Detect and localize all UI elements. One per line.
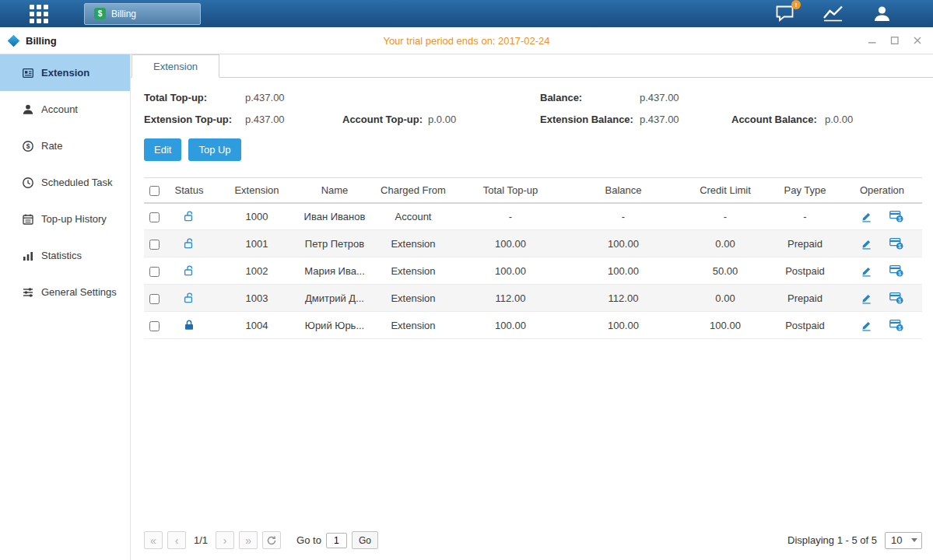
bar-chart-icon xyxy=(22,250,34,262)
close-icon[interactable] xyxy=(913,36,922,45)
user-icon[interactable] xyxy=(872,4,893,23)
row-operation-cell: $ xyxy=(842,312,922,339)
row-checkbox[interactable] xyxy=(149,212,160,222)
table-row[interactable]: 1004 Юрий Юрь... Extension 100.00 100.00… xyxy=(144,312,922,339)
summary-panel: Total Top-up: p.437.00 Balance: p.437.00… xyxy=(144,92,922,125)
row-total-topup: 100.00 xyxy=(457,257,564,285)
billing-window: $ Billing ! Billing Your trial period en… xyxy=(0,0,933,560)
row-credit-limit: - xyxy=(682,203,768,230)
displaying-info: Displaying 1 - 5 of 5 xyxy=(787,534,877,546)
table-header-row: Status Extension Name Charged From Total… xyxy=(144,178,922,203)
header-checkbox-cell xyxy=(144,178,164,203)
lock-open-icon[interactable] xyxy=(183,264,195,277)
row-pay-type: - xyxy=(768,203,842,230)
summary-value: p.0.00 xyxy=(428,114,456,125)
pagination-bar: « ‹ 1/1 › » Go to Go Displaying 1 - 5 of xyxy=(144,531,922,560)
summary-value: p.437.00 xyxy=(245,92,285,103)
sidebar-item-label: Top-up History xyxy=(41,213,107,225)
topup-icon[interactable]: $ xyxy=(889,319,903,331)
table-row[interactable]: 1000 Иван Иванов Account - - - - $ xyxy=(144,203,922,230)
summary-label: Account Top-up: xyxy=(342,114,428,125)
summary-label: Extension Top-up: xyxy=(144,114,245,125)
lock-open-icon[interactable] xyxy=(183,292,195,304)
summary-balance: Balance: p.437.00 xyxy=(540,92,731,103)
sidebar: Extension Account $ Rate Scheduled Task … xyxy=(0,54,131,560)
sidebar-item-extension[interactable]: Extension xyxy=(0,54,130,91)
prev-page-button[interactable]: ‹ xyxy=(167,531,186,549)
extensions-table: Status Extension Name Charged From Total… xyxy=(144,177,922,339)
topup-icon[interactable]: $ xyxy=(889,292,903,304)
row-checkbox-cell xyxy=(144,285,164,312)
lock-closed-icon[interactable] xyxy=(183,319,195,331)
svg-text:$: $ xyxy=(26,142,30,150)
last-page-button[interactable]: » xyxy=(239,531,258,549)
edit-icon[interactable] xyxy=(861,320,872,331)
tab-extension[interactable]: Extension xyxy=(132,54,219,78)
col-operation[interactable]: Operation xyxy=(842,178,922,203)
refresh-icon[interactable] xyxy=(262,531,281,549)
svg-text:$: $ xyxy=(898,298,901,303)
tabstrip: Extension xyxy=(131,54,933,78)
row-pay-type: Prepaid xyxy=(768,230,842,257)
row-checkbox[interactable] xyxy=(149,267,160,277)
apps-menu-icon[interactable] xyxy=(30,5,48,23)
edit-icon[interactable] xyxy=(861,211,872,222)
maximize-icon[interactable] xyxy=(890,36,900,45)
sidebar-item-topup-history[interactable]: Top-up History xyxy=(0,201,130,237)
col-total-topup[interactable]: Total Top-up xyxy=(457,178,564,203)
select-all-checkbox[interactable] xyxy=(149,186,160,196)
edit-icon[interactable] xyxy=(861,292,872,304)
col-balance[interactable]: Balance xyxy=(564,178,682,203)
summary-total-topup: Total Top-up: p.437.00 xyxy=(144,92,342,103)
top-up-button[interactable]: Top Up xyxy=(188,138,240,161)
next-page-button[interactable]: › xyxy=(216,531,234,549)
col-status[interactable]: Status xyxy=(164,178,214,203)
col-name[interactable]: Name xyxy=(300,178,370,203)
chart-icon[interactable] xyxy=(822,4,845,23)
table-row[interactable]: 1003 Дмитрий Д... Extension 112.00 112.0… xyxy=(144,285,922,312)
sidebar-item-general-settings[interactable]: General Settings xyxy=(0,274,130,310)
row-credit-limit: 0.00 xyxy=(682,285,768,312)
summary-label: Extension Balance: xyxy=(540,114,640,125)
page-size-select[interactable]: 10 xyxy=(885,532,922,549)
row-checkbox[interactable] xyxy=(149,240,160,250)
sidebar-item-statistics[interactable]: Statistics xyxy=(0,237,130,274)
sidebar-item-rate[interactable]: $ Rate xyxy=(0,128,130,164)
summary-account-balance: Account Balance: p.0.00 xyxy=(731,114,922,125)
topup-icon[interactable]: $ xyxy=(889,264,903,277)
col-charged-from[interactable]: Charged From xyxy=(370,178,457,203)
table-row[interactable]: 1002 Мария Ива... Extension 100.00 100.0… xyxy=(144,257,922,285)
edit-icon[interactable] xyxy=(861,265,872,277)
row-charged-from: Extension xyxy=(370,285,457,312)
edit-icon[interactable] xyxy=(861,238,872,250)
row-charged-from: Extension xyxy=(370,230,457,257)
dollar-icon: $ xyxy=(94,8,106,19)
table-body: 1000 Иван Иванов Account - - - - $ 1001 … xyxy=(144,203,922,339)
row-extension: 1002 xyxy=(214,257,300,285)
topbar-tab-label: Billing xyxy=(111,9,136,19)
summary-label: Balance: xyxy=(540,92,640,103)
col-pay-type[interactable]: Pay Type xyxy=(768,178,842,203)
minimize-icon[interactable] xyxy=(868,36,877,45)
row-extension: 1000 xyxy=(214,203,300,230)
table-row[interactable]: 1001 Петр Петров Extension 100.00 100.00… xyxy=(144,230,922,257)
topup-icon[interactable]: $ xyxy=(889,210,903,222)
edit-button[interactable]: Edit xyxy=(144,138,181,161)
go-button[interactable]: Go xyxy=(352,531,378,549)
page-info: 1/1 xyxy=(194,534,208,546)
topup-icon[interactable]: $ xyxy=(889,237,903,250)
goto-page-input[interactable] xyxy=(326,533,347,548)
row-balance: 112.00 xyxy=(564,285,682,312)
sidebar-item-account[interactable]: Account xyxy=(0,91,130,128)
first-page-button[interactable]: « xyxy=(144,531,163,549)
col-extension[interactable]: Extension xyxy=(214,178,300,203)
row-checkbox[interactable] xyxy=(149,321,160,331)
lock-open-icon[interactable] xyxy=(183,237,195,250)
sidebar-item-scheduled-task[interactable]: Scheduled Task xyxy=(0,164,130,201)
lock-open-icon[interactable] xyxy=(183,210,195,222)
topbar-billing-tab[interactable]: $ Billing xyxy=(84,3,201,25)
col-credit-limit[interactable]: Credit Limit xyxy=(682,178,768,203)
row-name: Петр Петров xyxy=(300,230,370,257)
chat-icon[interactable]: ! xyxy=(774,4,795,23)
row-checkbox[interactable] xyxy=(149,294,160,304)
